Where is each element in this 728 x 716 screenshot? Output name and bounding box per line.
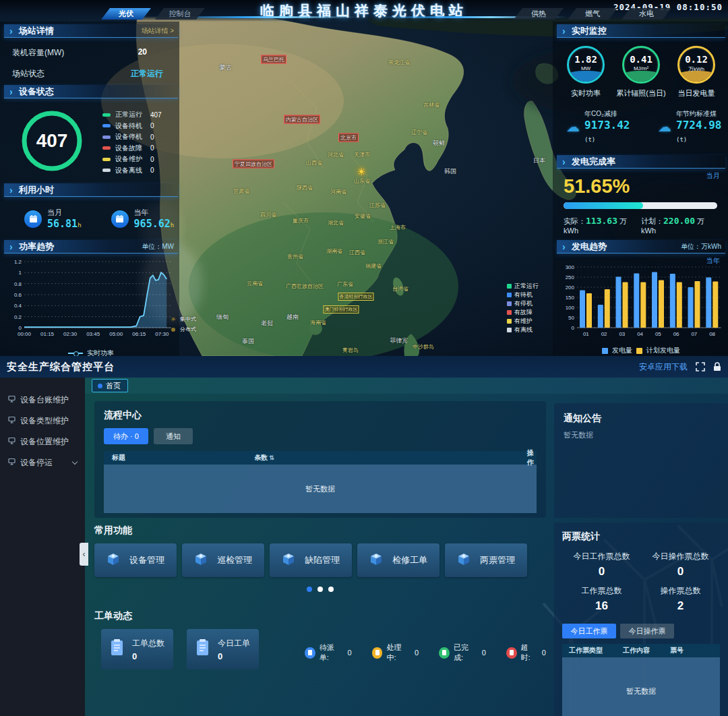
panel-utilization: 利用小时 当月56.81h当年965.62h bbox=[4, 183, 178, 237]
legend-label: 设备停机 bbox=[115, 132, 150, 142]
device-icon bbox=[8, 416, 16, 425]
notice-button[interactable]: 通知 bbox=[154, 428, 193, 444]
svg-text:06:15: 06:15 bbox=[132, 331, 146, 337]
panel-work-orders: 工单动态 工单总数0今日工单0 待派单:0处理中:0已完成:0超时:0 bbox=[94, 610, 546, 711]
col-条数[interactable]: 条数⇅ bbox=[211, 453, 318, 463]
panel-device-status: 设备状态 407 正常运行407设备待机0设备停机0设备故障0设备维护0设备离线… bbox=[4, 85, 178, 183]
work-order-card-value: 0 bbox=[218, 651, 250, 661]
tabs-left: 光伏控制台 bbox=[101, 8, 205, 20]
tab-光伏[interactable]: 光伏 bbox=[101, 8, 151, 20]
sidebar-item-设备台账维护[interactable]: 设备台账维护 bbox=[0, 391, 85, 409]
svg-text:03:45: 03:45 bbox=[86, 331, 100, 337]
lock-icon[interactable] bbox=[713, 362, 721, 371]
svg-text:1: 1 bbox=[19, 270, 22, 276]
notice-empty: 暂无数据 bbox=[564, 430, 719, 440]
todo-button[interactable]: 待办 · 0 bbox=[104, 428, 148, 444]
android-download-link[interactable]: 安卓应用下载 bbox=[639, 361, 688, 373]
carousel-dot[interactable] bbox=[317, 587, 323, 592]
ticket-stat-value: 0 bbox=[562, 565, 641, 578]
svg-text:00:00: 00:00 bbox=[18, 331, 32, 337]
gauge-unit: 万kWh bbox=[679, 65, 713, 73]
quick-tile-缺陷管理[interactable]: 缺陷管理 bbox=[270, 543, 352, 577]
col-标题: 标题 bbox=[104, 453, 211, 463]
clipboard-glyph bbox=[375, 650, 380, 655]
utilization-value: 56.81h bbox=[47, 218, 82, 230]
map-label-甘肃省: 甘肃省 bbox=[233, 187, 249, 195]
gauge-unit: MW bbox=[569, 65, 603, 71]
device-icon bbox=[8, 395, 16, 405]
cloud-icon: ☁ bbox=[658, 119, 671, 135]
process-table-header: 标题条数⇅操作 bbox=[104, 451, 537, 465]
sidebar-collapse-handle[interactable]: ‹ bbox=[80, 543, 88, 566]
col-操作: 操作 bbox=[318, 448, 537, 467]
cube-3d-icon bbox=[367, 549, 386, 571]
gauge-wave bbox=[567, 71, 605, 84]
legend-chip-icon bbox=[507, 319, 512, 324]
device-legend-item: 设备待机0 bbox=[102, 121, 162, 132]
legend-label: 有待机 bbox=[514, 291, 533, 299]
svg-text:02:30: 02:30 bbox=[63, 331, 78, 337]
env-unit: (t) bbox=[584, 136, 595, 143]
station-marker-sun-icon[interactable]: ☀ bbox=[357, 166, 365, 178]
solar-header: 临朐县福山祥泰光伏电站 2024-09-19 08:10:50 光伏控制台 供热… bbox=[0, 0, 728, 22]
map-label-北京市: 北京市 bbox=[338, 133, 359, 142]
tab-home[interactable]: 首页 bbox=[92, 379, 128, 392]
ticket-stat-label: 工作票总数 bbox=[562, 585, 641, 597]
tab-燃气[interactable]: 燃气 bbox=[568, 8, 617, 20]
work-order-card-工单总数[interactable]: 工单总数0 bbox=[101, 629, 173, 669]
actual-label: 实际： bbox=[564, 217, 586, 225]
map-label-贵州省: 贵州省 bbox=[287, 253, 303, 260]
carousel-dot[interactable] bbox=[307, 587, 312, 592]
map-label-广东省: 广东省 bbox=[337, 280, 353, 288]
carousel-dots bbox=[94, 587, 546, 592]
quick-tile-巡检管理[interactable]: 巡检管理 bbox=[182, 543, 264, 577]
quick-tile-设备管理[interactable]: 设备管理 bbox=[94, 543, 177, 577]
station-detail-link[interactable]: 场站详情 > bbox=[141, 24, 174, 38]
legend-value: 0 bbox=[150, 167, 154, 174]
power-trend-title: 功率趋势 bbox=[19, 241, 54, 251]
tab-水电[interactable]: 水电 bbox=[621, 8, 671, 20]
map-label-台湾省: 台湾省 bbox=[392, 285, 408, 293]
map-label-海南省: 海南省 bbox=[310, 319, 326, 326]
status-待派单: 待派单:0 bbox=[305, 643, 352, 663]
gauge-ring: 0.41MJ/m² bbox=[622, 46, 660, 84]
tab-控制台[interactable]: 控制台 bbox=[155, 8, 205, 20]
map-status-legend-item: 有维护 bbox=[507, 317, 539, 326]
quick-tile-两票管理[interactable]: 两票管理 bbox=[445, 543, 527, 577]
legend-chip-icon bbox=[102, 158, 111, 161]
svg-text:01: 01 bbox=[583, 331, 589, 337]
document-icon bbox=[195, 638, 211, 660]
cloud-icon: ☁ bbox=[566, 119, 580, 135]
legend-label: 有维护 bbox=[514, 317, 533, 326]
svg-text:07: 07 bbox=[691, 331, 697, 337]
plan-value: 220.00 bbox=[663, 216, 695, 226]
sidebar-item-设备停运[interactable]: 设备停运 bbox=[0, 454, 85, 471]
status-超时: 超时:0 bbox=[506, 643, 546, 663]
col-工作内容: 工作内容 bbox=[623, 646, 670, 655]
panel-gen-trend: 发电趋势 单位：万kWh 当年 050100150200250300010203… bbox=[557, 240, 725, 355]
panel-realtime: 实时监控 1.82MW实时功率0.41MJ/m²累计辐照(当日)0.12万kWh… bbox=[557, 24, 725, 154]
solar-dashboard: 蒙古乌兰巴托黑龙江省吉林省辽宁省内蒙古自治区朝鲜韩国日本北京市河北省天津市山西省… bbox=[0, 0, 728, 356]
fullscreen-icon[interactable] bbox=[696, 362, 705, 371]
tab-今日操作票[interactable]: 今日操作票 bbox=[620, 624, 674, 638]
station-detail-row: 场站状态正常运行 bbox=[4, 68, 178, 80]
tab-供热[interactable]: 供热 bbox=[514, 8, 564, 20]
col-工作票类型: 工作票类型 bbox=[562, 646, 623, 655]
work-order-card-今日工单[interactable]: 今日工单0 bbox=[187, 629, 259, 669]
plan-label: 计划： bbox=[641, 217, 663, 225]
utilization-value: 965.62h bbox=[134, 218, 175, 230]
chevron-down-icon bbox=[72, 459, 78, 465]
gen-trend-unit: 单位：万kWh bbox=[681, 240, 721, 253]
work-order-card-value: 0 bbox=[132, 651, 164, 661]
map-label-福建省: 福建省 bbox=[365, 262, 382, 270]
sort-arrows-icon[interactable]: ⇅ bbox=[269, 454, 274, 461]
tab-今日工作票[interactable]: 今日工作票 bbox=[562, 624, 616, 638]
quick-tile-检修工单[interactable]: 检修工单 bbox=[357, 543, 439, 577]
platform-header: 安全生产综合管控平台 安卓应用下载 bbox=[0, 356, 728, 378]
carousel-dot[interactable] bbox=[328, 587, 334, 592]
device-legend-item: 设备离线0 bbox=[102, 165, 162, 177]
sidebar-item-设备位置维护[interactable]: 设备位置维护 bbox=[0, 433, 85, 450]
ticket-stat-label: 操作票总数 bbox=[641, 585, 720, 597]
env-stat: ☁年节约标准煤7724.98 (t) bbox=[658, 109, 725, 144]
sidebar-item-设备类型维护[interactable]: 设备类型维护 bbox=[0, 412, 85, 429]
